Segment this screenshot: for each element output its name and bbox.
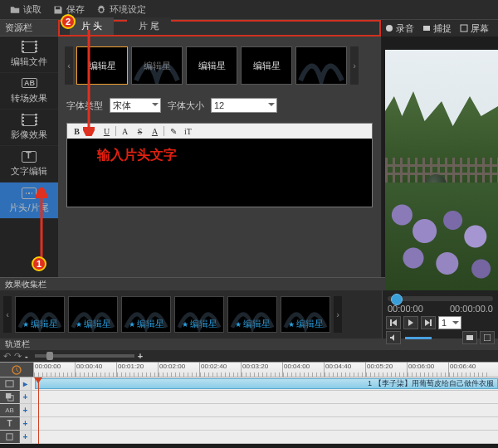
tab-tail[interactable]: 片 尾 xyxy=(127,17,171,35)
ruler-tick: 00:04:00 xyxy=(282,363,324,377)
speed-select[interactable]: 1 xyxy=(438,316,461,329)
zoom-in[interactable]: + xyxy=(138,351,143,361)
track-add[interactable]: + xyxy=(20,404,32,416)
track-add[interactable]: + xyxy=(20,417,32,430)
playhead[interactable] xyxy=(38,377,39,444)
zoom-slider[interactable] xyxy=(35,354,134,358)
ruler-tick: 00:01:20 xyxy=(116,363,158,377)
collect-item[interactable]: ★编辑星 xyxy=(121,296,171,333)
center-panel: 片 头 片 尾 ‹ 编辑星 编辑星 编辑星 编辑星 › 字体类型 宋体 字体大小… xyxy=(58,20,382,277)
folder-icon xyxy=(10,5,20,15)
read-button[interactable]: 读取 xyxy=(5,2,46,17)
read-label: 读取 xyxy=(23,3,42,16)
camera-icon xyxy=(422,24,431,32)
sidebar-label: 影像效果 xyxy=(11,129,47,141)
overlay-track-icon xyxy=(5,392,14,402)
extra-track[interactable]: + xyxy=(0,431,498,444)
expand-button[interactable] xyxy=(480,331,495,344)
track-add[interactable]: ▸ xyxy=(20,377,32,390)
zoom-out[interactable]: - xyxy=(25,351,28,361)
annotation-arrow-2 xyxy=(83,28,95,136)
track-add[interactable]: + xyxy=(20,431,32,443)
ruler-tick: 00:05:20 xyxy=(365,363,407,377)
video-clip[interactable]: 1 【李子柒】用葡萄皮给自己做件衣服， xyxy=(35,378,498,389)
track-add[interactable]: + xyxy=(20,391,32,403)
text-input-area[interactable]: 输入片头文字 xyxy=(67,139,372,207)
film-icon xyxy=(22,41,37,53)
time-duration: 00:00:00.0 xyxy=(450,304,493,314)
preview-video[interactable] xyxy=(385,50,498,290)
fullscreen-label: 屏幕 xyxy=(471,22,489,35)
prev-frame-button[interactable] xyxy=(386,316,401,329)
capture-label: 捕捉 xyxy=(433,22,452,35)
svg-rect-1 xyxy=(423,26,430,31)
extra-track-icon xyxy=(5,432,14,441)
fx-icon xyxy=(22,114,37,126)
font-size-select[interactable]: 12 xyxy=(211,98,277,113)
text-icon xyxy=(22,151,37,163)
collect-item[interactable]: ★编辑星 xyxy=(68,296,118,333)
record-label: 录音 xyxy=(396,22,414,35)
player-controls: 00:00:0000:00:00.0 1 xyxy=(382,290,498,338)
annotation-2: 2 xyxy=(61,14,76,29)
font-type-select[interactable]: 宋体 xyxy=(110,98,161,113)
text-editor: B I U A S A ✎ iT 输入片头文字 xyxy=(66,123,373,207)
overlay-track[interactable]: + xyxy=(0,391,498,404)
snapshot-button[interactable] xyxy=(462,331,477,344)
seek-bar[interactable] xyxy=(388,296,493,301)
thumb-label: 编辑星 xyxy=(253,60,281,72)
thumb-4[interactable]: 编辑星 xyxy=(241,46,292,85)
sidebar: 资源栏 编辑文件 转场效果 影像效果 文字编辑 片头/片尾 xyxy=(0,20,58,277)
underline-a-button[interactable]: A xyxy=(149,125,161,137)
next-frame-button[interactable] xyxy=(421,316,436,329)
transition-track[interactable]: AB + xyxy=(0,404,498,417)
collect-prev[interactable]: ‹ xyxy=(3,296,12,333)
fullscreen-button[interactable]: 屏幕 xyxy=(460,22,489,35)
collect-item[interactable]: ★编辑星 xyxy=(227,296,277,333)
ruler-tick: 00:00:40 xyxy=(75,363,116,377)
env-button[interactable]: 环境设定 xyxy=(91,2,151,17)
ruler-tick: 00:02:40 xyxy=(199,363,241,377)
strike-button[interactable]: S xyxy=(134,125,146,137)
preview-toolbar: 录音 捕捉 屏幕 xyxy=(382,20,498,37)
collect-item[interactable]: ★编辑星 xyxy=(15,296,65,333)
thumb-3[interactable]: 编辑星 xyxy=(186,46,237,85)
record-button[interactable]: 录音 xyxy=(385,22,414,35)
redo-button[interactable]: ↷ xyxy=(14,351,22,362)
ab-icon xyxy=(22,78,37,90)
template-thumbs: ‹ 编辑星 编辑星 编辑星 编辑星 › xyxy=(58,37,381,95)
thumb-next[interactable]: › xyxy=(350,46,359,85)
play-button[interactable] xyxy=(403,316,418,329)
sidebar-item-edit-file[interactable]: 编辑文件 xyxy=(0,37,58,73)
ruler-tick: 00:06:40 xyxy=(448,363,490,377)
capture-button[interactable]: 捕捉 xyxy=(422,22,452,35)
volume-slider[interactable] xyxy=(405,337,432,339)
collect-next[interactable]: › xyxy=(334,296,342,333)
video-track[interactable]: ▸ 1 【李子柒】用葡萄皮给自己做件衣服， xyxy=(0,377,498,391)
sidebar-label: 编辑文件 xyxy=(11,56,47,68)
it-button[interactable]: iT xyxy=(182,125,194,137)
thumb-prev[interactable]: ‹ xyxy=(65,46,73,85)
ruler-tick: 00:06:00 xyxy=(407,363,448,377)
bold-button[interactable]: B xyxy=(71,125,83,137)
color-a-button[interactable]: A xyxy=(119,125,131,137)
text-track[interactable]: T + xyxy=(0,417,498,431)
gear-icon xyxy=(96,5,106,15)
collect-item[interactable]: ★编辑星 xyxy=(281,296,330,333)
underline-button[interactable]: U xyxy=(100,125,113,137)
font-size-label: 字体大小 xyxy=(168,100,204,112)
sidebar-item-titles[interactable]: 片头/片尾 xyxy=(0,183,58,219)
time-ruler[interactable]: 00:00:00 00:00:40 00:01:20 00:02:00 00:0… xyxy=(0,363,498,377)
font-row: 字体类型 宋体 字体大小 12 xyxy=(58,95,381,116)
sidebar-item-video-fx[interactable]: 影像效果 xyxy=(0,110,58,146)
undo-button[interactable]: ↶ xyxy=(3,351,11,362)
edit-button[interactable]: ✎ xyxy=(167,125,179,137)
sidebar-item-transition[interactable]: 转场效果 xyxy=(0,73,58,110)
sidebar-item-text-edit[interactable]: 文字编辑 xyxy=(0,146,58,183)
video-track-icon xyxy=(5,379,14,388)
volume-button[interactable] xyxy=(386,331,401,344)
collect-item[interactable]: ★编辑星 xyxy=(174,296,224,333)
ruler-tick: 00:02:00 xyxy=(158,363,199,377)
thumb-5[interactable] xyxy=(295,46,347,85)
thumb-2[interactable]: 编辑星 xyxy=(131,46,183,85)
